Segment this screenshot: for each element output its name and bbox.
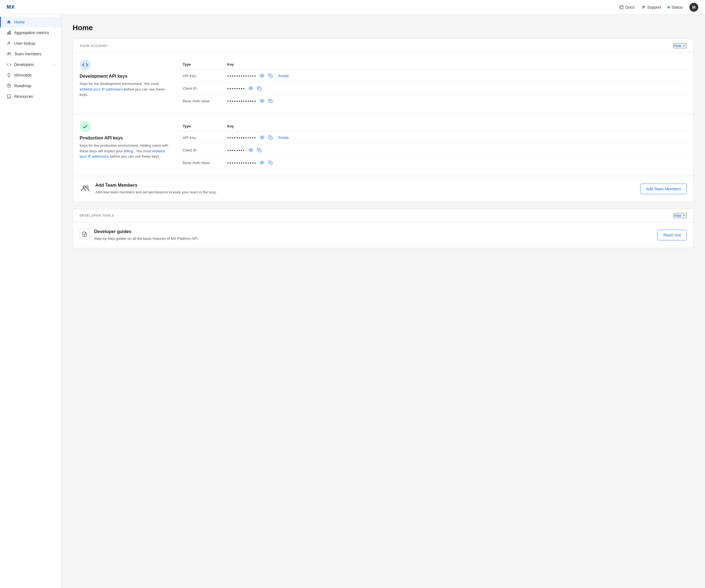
developer-guides-card: Developer guides Step-by-step guides on …	[73, 222, 694, 248]
key-actions: ●●●●●●●●	[227, 86, 683, 91]
svg-rect-5	[7, 33, 8, 34]
key-value-cell: ●●●●●●●●	[223, 82, 687, 95]
key-value-cell: ●●●●●●●●●●●●● Rotate	[223, 131, 687, 144]
your-account-section-header: YOUR ACCOUNT Hide	[73, 39, 694, 52]
copy-icon	[268, 99, 273, 103]
dev-api-icon	[80, 59, 91, 71]
copy-icon-btn[interactable]	[268, 73, 273, 79]
svg-rect-25	[270, 162, 272, 165]
svg-rect-19	[270, 100, 272, 103]
sidebar-item-resources[interactable]: Resources	[0, 91, 61, 102]
home-icon	[6, 19, 11, 25]
billing-link[interactable]: billing	[124, 149, 133, 153]
status-nav-item[interactable]: Status	[668, 5, 683, 9]
your-account-label: YOUR ACCOUNT	[80, 44, 108, 47]
key-dots: ●●●●●●●●●●●●●	[227, 74, 257, 78]
svg-point-18	[262, 100, 263, 101]
dev-api-keys-desc: Keys for the development environment. Yo…	[80, 81, 169, 97]
mobile-icon	[6, 73, 11, 78]
developer-guides-left: Developer guides Step-by-step guides on …	[80, 229, 199, 241]
rotate-key-button[interactable]: Rotate	[278, 74, 289, 78]
table-row: Basic Auth Value ●●●●●●●●●●●●●	[178, 156, 687, 169]
key-type-cell: Client ID	[178, 82, 223, 95]
main-content: Home YOUR ACCOUNT Hide Development API k…	[61, 14, 705, 588]
code-brackets-icon	[82, 62, 88, 68]
app-logo: MX	[7, 4, 15, 10]
team-icon	[6, 51, 11, 56]
developer-guides-info: Developer guides Step-by-step guides on …	[94, 229, 199, 241]
eye-icon	[260, 135, 264, 140]
team-members-icon	[80, 183, 91, 194]
add-team-members-button[interactable]: Add Team Members	[640, 184, 687, 194]
sidebar-item-developers[interactable]: Developers	[0, 59, 61, 70]
docs-nav-item[interactable]: Docs	[619, 5, 634, 9]
svg-point-9	[8, 52, 9, 54]
key-actions: ●●●●●●●●●●●●● Rotate	[227, 73, 683, 79]
svg-rect-17	[258, 88, 261, 90]
whitelist-ip-link-dev[interactable]: whitelist your IP addresses	[80, 87, 123, 91]
copy-icon	[268, 135, 273, 140]
rotate-key-button[interactable]: Rotate	[278, 136, 289, 140]
copy-icon-btn[interactable]	[268, 160, 273, 166]
prod-table-key-header: Key	[223, 121, 687, 131]
copy-icon-btn[interactable]	[256, 86, 262, 91]
prod-api-icon	[80, 121, 91, 132]
status-dot-icon	[668, 6, 670, 8]
eye-icon-btn[interactable]	[259, 160, 265, 166]
dev-keys-table: Type Key API Key ●●●●●●●●●●●●●	[178, 59, 687, 107]
sidebar-item-aggregation-metrics[interactable]: Aggregation metrics	[0, 28, 61, 38]
eye-icon-btn[interactable]	[248, 147, 253, 153]
key-type-cell: API Key	[178, 70, 223, 82]
eye-icon-btn[interactable]	[259, 135, 265, 140]
sidebar-item-mxmobile[interactable]: MXmobile	[0, 70, 61, 81]
chevron-up-icon	[683, 44, 686, 48]
eye-icon-btn[interactable]	[259, 98, 265, 104]
map-pin-icon	[6, 83, 11, 88]
prod-api-keys-card: Production API keys Keys for the product…	[73, 114, 694, 176]
eye-icon-btn[interactable]	[248, 86, 253, 91]
app-layout: Home Aggregation metrics User lookup Tea…	[0, 0, 705, 588]
dev-api-keys-left: Development API keys Keys for the develo…	[80, 59, 169, 107]
sidebar-item-team-members[interactable]: Team members	[0, 49, 61, 59]
key-actions: ●●●●●●●●●●●●●	[227, 160, 683, 166]
table-row: Basic Auth Value ●●●●●●●●●●●●●	[178, 95, 687, 107]
sidebar-item-roadmap[interactable]: Roadmap	[0, 81, 61, 91]
read-now-button[interactable]: Read now	[658, 230, 687, 240]
svg-point-10	[9, 52, 10, 54]
topnav-right: Docs Support Status M	[619, 3, 698, 12]
key-dots: ●●●●●●●●	[227, 87, 245, 90]
svg-rect-15	[270, 75, 272, 78]
add-team-left: Add Team Members Add new team members an…	[80, 183, 217, 195]
add-team-title: Add Team Members	[95, 183, 217, 188]
bar-chart-icon	[6, 30, 11, 35]
sidebar-item-home[interactable]: Home	[0, 17, 61, 28]
dev-api-keys-right: Type Key API Key ●●●●●●●●●●●●●	[178, 59, 687, 107]
prod-api-keys-desc: Keys for the production environment. Add…	[80, 143, 169, 159]
copy-icon-btn[interactable]	[268, 98, 273, 104]
user-avatar[interactable]: M	[689, 3, 698, 12]
eye-icon-btn[interactable]	[259, 73, 265, 79]
support-nav-item[interactable]: Support	[641, 5, 661, 9]
key-dots: ●●●●●●●●●●●●●	[227, 161, 257, 164]
svg-point-24	[262, 162, 263, 163]
table-row: API Key ●●●●●●●●●●●●● Rotate	[178, 70, 687, 82]
chevron-down-icon	[52, 62, 56, 67]
copy-icon-btn[interactable]	[268, 135, 273, 140]
code-icon	[6, 62, 11, 67]
copy-icon-btn[interactable]	[256, 147, 262, 153]
svg-point-16	[250, 88, 251, 89]
dev-table-key-header: Key	[223, 59, 687, 70]
developer-tools-hide-button[interactable]: Hide	[673, 213, 687, 218]
svg-rect-0	[620, 6, 623, 9]
key-type-cell: Basic Auth Value	[178, 156, 223, 169]
eye-icon	[248, 86, 253, 91]
your-account-hide-button[interactable]: Hide	[673, 43, 687, 48]
key-actions: ●●●●●●●●	[227, 147, 683, 153]
sidebar-item-user-lookup[interactable]: User lookup	[0, 38, 61, 49]
key-dots: ●●●●●●●●	[227, 149, 245, 152]
add-team-members-card: Add Team Members Add new team members an…	[73, 176, 694, 202]
table-row: API Key ●●●●●●●●●●●●● Rotate	[178, 131, 687, 144]
copy-icon	[257, 148, 262, 152]
support-icon	[641, 5, 646, 9]
chevron-up-icon-tools	[683, 214, 686, 217]
